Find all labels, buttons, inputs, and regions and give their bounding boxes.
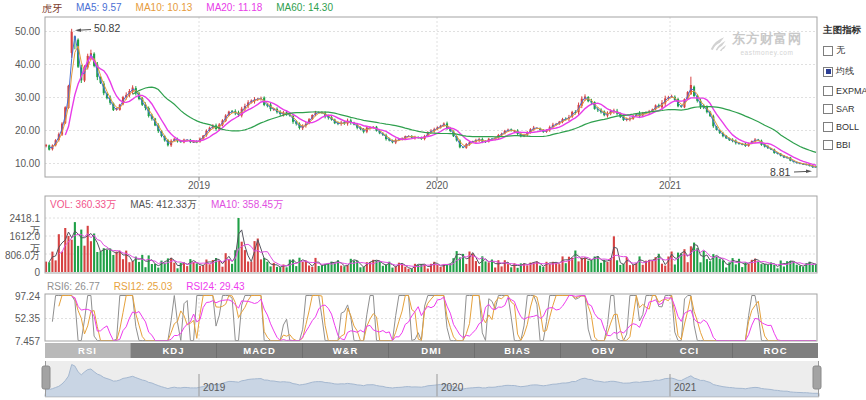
indicator-checkbox-无[interactable]: 无 — [823, 44, 866, 57]
pane-borders — [45, 17, 817, 341]
year-x-tick: 2019 — [179, 180, 219, 191]
indicator-checkbox-BOLL[interactable]: BOLL — [823, 122, 866, 132]
legend-item: RSI24: 29.43 — [186, 281, 244, 292]
volume-legend: VOL: 360.33万MA5: 412.33万MA10: 358.45万 — [50, 198, 283, 212]
price-y-tick: 40.00 — [0, 59, 40, 70]
price-y-tick: 10.00 — [0, 158, 40, 169]
legend-item: VOL: 360.33万 — [50, 198, 116, 212]
tab-CCI[interactable]: CCI — [647, 343, 733, 358]
legend-item: MA5: 9.57 — [76, 2, 122, 16]
price-y-tick: 50.00 — [0, 26, 40, 37]
legend-item: RSI6: 26.77 — [47, 281, 100, 292]
checkbox-icon — [823, 104, 833, 114]
navigator-right-handle[interactable] — [813, 366, 821, 389]
legend-item: MA10: 10.13 — [136, 2, 193, 16]
checkbox-icon — [823, 140, 833, 150]
watermark-domain: eastmoney.com — [740, 49, 793, 56]
tab-OBV[interactable]: OBV — [561, 343, 647, 358]
legend-item: 虎牙 — [42, 2, 62, 16]
indicator-checkbox-EXPMA[interactable]: EXPMA — [823, 86, 866, 96]
navigator-year-tick: 2019 — [203, 382, 225, 393]
tab-RSI[interactable]: RSI — [45, 343, 131, 358]
checkbox-label: 均线 — [836, 65, 854, 78]
tab-W&R[interactable]: W&R — [303, 343, 389, 358]
last-price-annotation: 8.81 — [770, 166, 790, 178]
navigator-year-tick: 2021 — [674, 382, 696, 393]
checkbox-label: 无 — [836, 44, 845, 57]
checkbox-icon — [823, 46, 833, 56]
sidebar-title: 主图指标 — [823, 24, 866, 37]
year-x-tick: 2020 — [417, 180, 457, 191]
peak-price-annotation: 50.82 — [94, 22, 120, 34]
legend-item: MA60: 14.30 — [276, 2, 333, 16]
rsi-y-tick: 52.35 — [0, 313, 40, 324]
year-x-tick: 2021 — [650, 180, 690, 191]
volume-y-tick: 0 — [0, 267, 40, 278]
indicator-checkbox-SAR[interactable]: SAR — [823, 104, 866, 114]
tab-DMI[interactable]: DMI — [389, 343, 475, 358]
ma-lines — [49, 36, 816, 168]
price-y-tick: 30.00 — [0, 92, 40, 103]
volume-y-tick: 806.0万 — [0, 249, 40, 263]
checkbox-label: BBI — [836, 140, 851, 150]
checkbox-label: SAR — [836, 104, 855, 114]
eastmoney-logo-icon — [710, 35, 727, 52]
checkbox-icon — [823, 86, 833, 96]
tab-BIAS[interactable]: BIAS — [475, 343, 561, 358]
price-y-tick: 20.00 — [0, 125, 40, 136]
checkbox-label: EXPMA — [836, 86, 866, 96]
legend-item: MA5: 412.33万 — [130, 198, 197, 212]
main-chart-legend: 虎牙MA5: 9.57MA10: 10.13MA20: 11.18MA60: 1… — [42, 2, 333, 16]
checkbox-label: BOLL — [836, 122, 859, 132]
rsi-y-tick: 97.24 — [0, 291, 40, 302]
watermark-title: 东方财富网 — [732, 30, 802, 48]
volume-bars — [45, 218, 817, 272]
stock-chart-app: 虎牙MA5: 9.57MA10: 10.13MA20: 11.18MA60: 1… — [0, 0, 866, 400]
checkbox-icon — [823, 122, 833, 132]
watermark: 东方财富网 eastmoney.com — [710, 30, 802, 56]
checkbox-checked-icon — [823, 67, 833, 77]
indicator-checkbox-均线[interactable]: 均线 — [823, 65, 866, 78]
navigator — [42, 361, 821, 397]
legend-item: MA20: 11.18 — [206, 2, 262, 16]
legend-item: MA10: 358.45万 — [211, 198, 283, 212]
navigator-year-tick: 2020 — [441, 382, 463, 393]
tab-ROC[interactable]: ROC — [733, 343, 818, 358]
legend-item: RSI12: 25.03 — [114, 281, 172, 292]
rsi-legend: RSI6: 26.77RSI12: 25.03RSI24: 29.43 — [47, 281, 245, 292]
tab-MACD[interactable]: MACD — [217, 343, 303, 358]
gridlines — [45, 17, 817, 341]
navigator-left-handle[interactable] — [42, 366, 50, 389]
tab-KDJ[interactable]: KDJ — [131, 343, 217, 358]
indicator-checkbox-BBI[interactable]: BBI — [823, 140, 866, 150]
rsi-y-tick: 7.457 — [0, 336, 40, 347]
indicator-tabbar: RSIKDJMACDW&RDMIBIASOBVCCIROC — [45, 343, 818, 358]
main-indicator-panel: 主图指标 无均线EXPMASARBOLLBBI — [823, 24, 866, 158]
